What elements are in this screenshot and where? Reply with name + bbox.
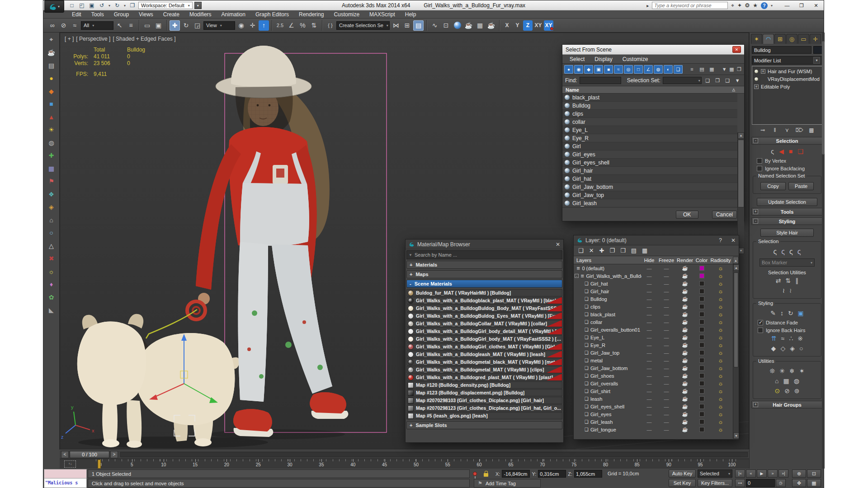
object-color-swatch[interactable] xyxy=(699,312,704,317)
layer-color-swatch[interactable] xyxy=(699,273,704,278)
left-toolbar-button[interactable]: ⚑ xyxy=(46,177,57,186)
by-vertex-checkbox[interactable] xyxy=(757,158,762,164)
radiosity-icon[interactable]: ☼ xyxy=(709,342,732,348)
render-icon[interactable]: ☕ xyxy=(676,427,694,432)
render-icon[interactable]: ☕ xyxy=(676,304,694,310)
radiosity-icon[interactable]: ☼ xyxy=(709,296,732,302)
radiosity-icon[interactable]: ☼ xyxy=(709,426,732,433)
menu-item[interactable]: Edit xyxy=(67,11,86,18)
hide-toggle[interactable]: — xyxy=(642,427,657,432)
left-toolbar-button[interactable]: ⌖ xyxy=(46,35,57,44)
select-and-move-icon[interactable]: ✚ xyxy=(170,20,180,31)
left-toolbar-button[interactable]: ■ xyxy=(46,99,57,109)
render-icon[interactable]: ☕ xyxy=(676,404,694,409)
menu-item[interactable]: Animation xyxy=(217,11,250,18)
dialog-title-bar[interactable]: Layer: 0 (default) ? ✕ xyxy=(574,235,739,245)
listener-macro-row[interactable] xyxy=(44,469,86,479)
layer-object-row[interactable]: ❑Girl_leash — — ☕ ☼ xyxy=(574,418,739,426)
favorites-star-icon[interactable]: ★ xyxy=(753,2,758,9)
hide-toggle[interactable]: — xyxy=(642,396,657,402)
hide-toggle[interactable]: — xyxy=(642,343,657,348)
select-and-rotate-icon[interactable]: ↻ xyxy=(181,20,191,31)
rollout-hair-groups[interactable]: +Hair Groups xyxy=(751,401,823,408)
styling-tool-icon[interactable]: ◈ xyxy=(790,345,795,352)
display-type-toggle[interactable]: ≈ xyxy=(614,65,623,74)
rendered-frame-window-icon[interactable]: ▦ xyxy=(475,20,485,31)
menu-item[interactable]: Help xyxy=(400,11,421,18)
object-name-field[interactable]: Bulldog xyxy=(752,46,811,54)
modifier-list-dropdown[interactable]: Modifier List▾ xyxy=(752,56,822,65)
cancel-button[interactable]: Cancel xyxy=(712,211,737,219)
percent-snap-icon[interactable]: % xyxy=(297,20,308,31)
hide-toggle[interactable]: — xyxy=(642,327,657,333)
axis-constraint-xy-button[interactable]: XY xyxy=(533,20,543,31)
angle-snap-icon[interactable]: ∠ xyxy=(286,20,297,31)
render-setup-icon[interactable]: ☕ xyxy=(463,20,474,31)
material-row[interactable]: Girl_Walks_with_a_BulldogGirl_body_MAT (… xyxy=(406,335,562,343)
utility-icon[interactable]: ❄ xyxy=(789,367,795,375)
set-key-button[interactable]: Set Key xyxy=(669,479,696,487)
trackbar-mode-icon[interactable]: ↑↓ xyxy=(64,460,76,468)
name-column-header[interactable]: Name △ xyxy=(562,86,744,94)
hide-toggle[interactable]: — xyxy=(642,358,657,363)
time-configuration-icon[interactable]: ◷ xyxy=(776,479,786,487)
infocenter-search-input[interactable] xyxy=(652,2,728,9)
hide-toggle[interactable]: — xyxy=(642,350,657,356)
curve-editor-icon[interactable]: ∿ xyxy=(429,20,440,31)
material-row[interactable]: Map #2070298123 (Girl_clothes_Dicplace.p… xyxy=(406,404,562,412)
command-panel-tab[interactable]: ⊞ xyxy=(774,34,786,44)
object-color-swatch[interactable] xyxy=(813,46,822,54)
collapse-icon[interactable]: - xyxy=(575,274,579,278)
object-color-swatch[interactable] xyxy=(699,404,704,409)
material-row[interactable]: Girl_Walks_with_a_BulldogBuldog_Body_MAT… xyxy=(406,305,562,312)
object-color-swatch[interactable] xyxy=(699,335,704,340)
object-color-swatch[interactable] xyxy=(699,358,704,363)
auto-key-button[interactable]: Auto Key xyxy=(669,469,696,478)
viewport-nav-button[interactable]: ▦ xyxy=(807,479,821,487)
current-frame-marker[interactable] xyxy=(98,460,101,469)
column-render[interactable]: Render xyxy=(676,258,694,263)
freeze-toggle[interactable]: — xyxy=(657,343,676,348)
help-icon[interactable]: ? xyxy=(719,237,722,244)
display-type-toggle[interactable]: ◎ xyxy=(624,65,633,74)
edit-named-selection-sets-icon[interactable]: { } xyxy=(325,20,335,31)
subobject-icon[interactable]: ◀ xyxy=(779,148,784,155)
named-selection-sets-dropdown[interactable]: Create Selection Se▾ xyxy=(336,21,390,30)
utility-icon[interactable]: ⌂ xyxy=(775,377,778,385)
modifier-bulb-icon[interactable] xyxy=(754,77,759,81)
listener-script-row[interactable]: "Malicious s xyxy=(44,479,86,488)
render-icon[interactable]: ☕ xyxy=(676,380,694,386)
schematic-view-icon[interactable]: ⊡ xyxy=(441,20,451,31)
object-color-swatch[interactable] xyxy=(699,419,704,424)
layer-object-row[interactable]: ❑Girl_eyes — — ☕ ☼ xyxy=(574,410,739,418)
style-hair-button[interactable]: Style Hair xyxy=(760,229,814,237)
render-icon[interactable]: ☕ xyxy=(676,419,694,425)
hide-toggle[interactable]: — xyxy=(642,389,657,394)
display-type-toggle[interactable]: ◍ xyxy=(654,65,663,74)
sample-slots-rollout[interactable]: + Sample Slots xyxy=(406,421,562,429)
dialog-menu-item[interactable]: Select xyxy=(565,56,590,62)
utility-icon[interactable]: ⊙ xyxy=(774,387,780,394)
open-file-button[interactable]: ◰ xyxy=(78,2,86,9)
browser-rollout-bar[interactable]: +Maps xyxy=(406,270,562,278)
key-icon[interactable]: ✦ xyxy=(737,2,742,9)
help-caret-icon[interactable]: ▾ xyxy=(771,4,773,8)
menu-item[interactable]: MAXScript xyxy=(364,11,400,18)
radiosity-icon[interactable]: ☼ xyxy=(709,365,732,371)
freeze-toggle[interactable]: — xyxy=(657,366,676,371)
column-chooser-icon[interactable]: ❐ xyxy=(736,65,742,74)
object-color-swatch[interactable] xyxy=(699,412,704,417)
filter-sets-icon[interactable]: ▦ xyxy=(728,65,735,74)
object-color-swatch[interactable] xyxy=(699,366,704,371)
viewport-nav-button[interactable]: ⊕ xyxy=(792,469,806,478)
maxscript-mini-listener[interactable]: "Malicious s xyxy=(44,469,87,488)
display-type-toggle[interactable]: ■ xyxy=(604,65,613,74)
layer-object-row[interactable]: ❑collar — — ☕ ☼ xyxy=(574,318,739,326)
workspace-dropdown[interactable]: Workspace: Default▾ xyxy=(138,2,193,9)
hide-toggle[interactable]: — xyxy=(642,304,657,310)
distance-fade-checkbox[interactable] xyxy=(758,320,763,325)
styling-tool-icon[interactable]: ↻ xyxy=(788,310,793,317)
utility-icon[interactable]: ▦ xyxy=(783,377,789,385)
expand-icon[interactable]: + xyxy=(761,69,765,74)
subobject-icon[interactable]: ς xyxy=(771,148,774,155)
